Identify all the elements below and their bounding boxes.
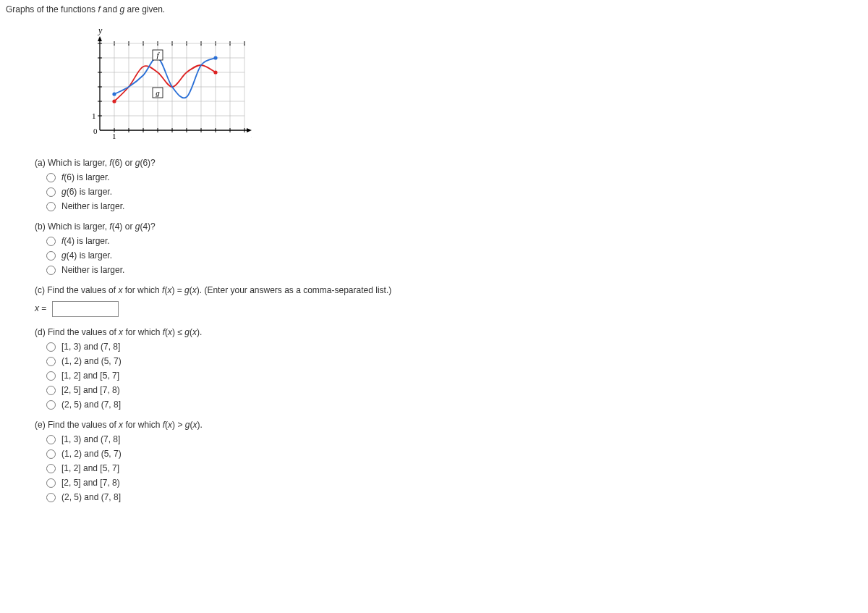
qe-o2: (1, 2) and (5, 7) (61, 449, 122, 459)
qd-option-2[interactable]: (1, 2) and (5, 7) (46, 356, 862, 366)
qa-o2-fn: g (61, 187, 67, 197)
qe-option-4[interactable]: [2, 5] and [7, 8) (46, 478, 862, 488)
svg-marker-45 (98, 36, 102, 41)
qd-o4: [2, 5] and [7, 8) (61, 385, 120, 395)
svg-text:0: 0 (93, 127, 98, 135)
qe-radio-2[interactable] (46, 449, 56, 459)
qa-o3-txt: Neither is larger. (61, 201, 124, 211)
qb-or: or (122, 221, 135, 232)
qa-option-2[interactable]: g(6) is larger. (46, 187, 862, 197)
svg-text:y: y (98, 25, 103, 35)
qe-p2: ) > (172, 420, 185, 430)
qd-option-1[interactable]: [1, 3) and (7, 8] (46, 342, 862, 352)
qd-radio-3[interactable] (46, 371, 56, 381)
qd-pre: (d) Find the values of (35, 327, 119, 337)
qb-o1-txt: (4) is larger. (64, 236, 109, 246)
svg-text:x: x (251, 130, 252, 140)
qc-m1: for which (122, 285, 162, 295)
qb-radio-3[interactable] (46, 266, 56, 275)
qb-option-2[interactable]: g(4) is larger. (46, 250, 862, 261)
qd-radio-5[interactable] (46, 400, 56, 410)
qc-p2: ) = (171, 285, 184, 295)
qa-radio-2[interactable] (46, 187, 56, 197)
qd-radio-1[interactable] (46, 342, 56, 352)
qe-radio-3[interactable] (46, 464, 56, 473)
qe-radio-5[interactable] (46, 493, 56, 502)
qe-o3: [1, 2] and [5, 7] (61, 463, 119, 473)
question-b-text: (b) Which is larger, f(4) or g(4)? (35, 221, 862, 232)
qe-option-1[interactable]: [1, 3) and (7, 8] (46, 434, 862, 444)
qd-option-4[interactable]: [2, 5] and [7, 8) (46, 385, 862, 395)
qa-pre: (a) Which is larger, (35, 158, 109, 168)
qd-o3: [1, 2] and [5, 7] (61, 371, 119, 381)
question-b: (b) Which is larger, f(4) or g(4)? f(4) … (35, 221, 862, 275)
qa-radio-1[interactable] (46, 173, 56, 182)
qa-or: or (122, 158, 135, 168)
svg-text:1: 1 (112, 132, 116, 140)
svg-text:g: g (156, 88, 160, 97)
qe-o4: [2, 5] and [7, 8) (61, 478, 120, 488)
qe-option-3[interactable]: [1, 2] and [5, 7] (46, 463, 862, 473)
qe-p4: ). (197, 420, 202, 430)
qb-pre: (b) Which is larger, (35, 221, 109, 232)
qa-option-1[interactable]: f(6) is larger. (46, 172, 862, 182)
qc-input[interactable] (52, 301, 119, 317)
qc-pre: (c) Find the values of (35, 285, 118, 295)
qa-radio-3[interactable] (46, 202, 56, 211)
qc-g: g (184, 285, 190, 295)
graph-svg: 011yxfg (85, 22, 252, 145)
qb-radio-2[interactable] (46, 251, 56, 261)
qa-o2-txt: (6) is larger. (67, 187, 112, 197)
qe-radio-1[interactable] (46, 435, 56, 444)
question-e-text: (e) Find the values of x for which f(x) … (35, 420, 862, 430)
qa-farg: (6) (112, 158, 123, 168)
qc-eq: = (39, 303, 49, 313)
svg-marker-43 (247, 128, 252, 132)
intro-suf: are given. (124, 4, 165, 14)
qb-garg: (4)? (140, 221, 155, 232)
question-a: (a) Which is larger, f(6) or g(6)? f(6) … (35, 158, 862, 211)
qd-m1: for which (123, 327, 163, 337)
qd-o2: (1, 2) and (5, 7) (61, 356, 122, 366)
qd-option-5[interactable]: (2, 5) and (7, 8] (46, 399, 862, 410)
qb-o2-fn: g (61, 250, 67, 261)
qd-p4: ). (197, 327, 202, 337)
qa-option-3[interactable]: Neither is larger. (46, 201, 862, 211)
qd-option-3[interactable]: [1, 2] and [5, 7] (46, 371, 862, 381)
svg-point-52 (213, 70, 217, 74)
question-d: (d) Find the values of x for which f(x) … (35, 327, 862, 410)
svg-point-51 (112, 99, 116, 103)
question-e: (e) Find the values of x for which f(x) … (35, 420, 862, 502)
qe-m1: for which (123, 420, 163, 430)
qb-option-1[interactable]: f(4) is larger. (46, 236, 862, 246)
qe-option-2[interactable]: (1, 2) and (5, 7) (46, 449, 862, 459)
qb-o3-txt: Neither is larger. (61, 265, 124, 275)
intro-pre: Graphs of the functions (6, 4, 98, 14)
qd-o1: [1, 3) and (7, 8] (61, 342, 120, 352)
qa-o1-txt: (6) is larger. (64, 172, 109, 182)
question-d-text: (d) Find the values of x for which f(x) … (35, 327, 862, 337)
qe-o5: (2, 5) and (7, 8] (61, 492, 121, 502)
intro-text: Graphs of the functions f and g are give… (6, 4, 862, 14)
qd-p2: ) ≤ (172, 327, 184, 337)
svg-point-53 (112, 92, 116, 96)
graph-area: 011yxfg (85, 22, 862, 145)
qe-option-5[interactable]: (2, 5) and (7, 8] (46, 492, 862, 502)
intro-mid: and (101, 4, 120, 14)
qb-farg: (4) (112, 221, 123, 232)
question-a-text: (a) Which is larger, f(6) or g(6)? (35, 158, 862, 168)
qa-garg: (6)? (140, 158, 155, 168)
qb-o2-txt: (4) is larger. (67, 250, 112, 261)
qc-p4: ). (Enter your answers as a comma-separa… (197, 285, 391, 295)
qd-radio-2[interactable] (46, 357, 56, 366)
qb-option-3[interactable]: Neither is larger. (46, 265, 862, 275)
qd-o5: (2, 5) and (7, 8] (61, 399, 121, 410)
qd-radio-4[interactable] (46, 386, 56, 395)
qb-radio-1[interactable] (46, 237, 56, 246)
svg-point-54 (213, 56, 217, 59)
question-c: (c) Find the values of x for which f(x) … (35, 285, 862, 317)
qe-o1: [1, 3) and (7, 8] (61, 434, 120, 444)
qe-pre: (e) Find the values of (35, 420, 119, 430)
question-c-text: (c) Find the values of x for which f(x) … (35, 285, 862, 295)
qe-radio-4[interactable] (46, 478, 56, 488)
